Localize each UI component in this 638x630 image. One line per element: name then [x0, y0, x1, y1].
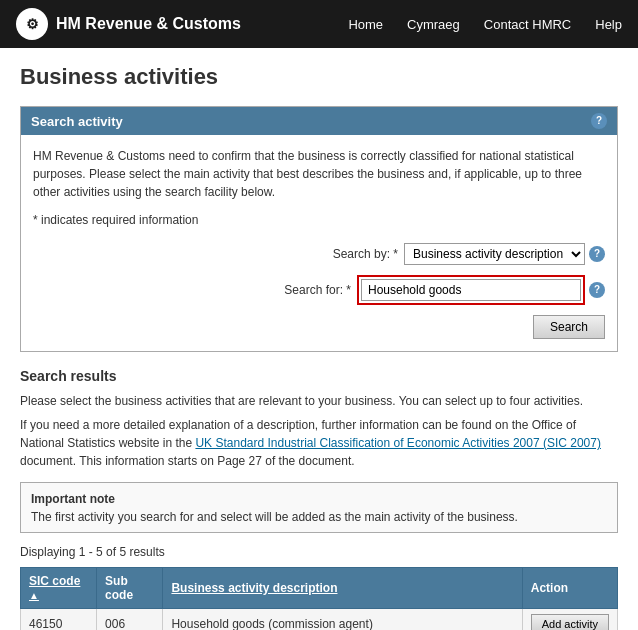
table-row: 46150 006 Household goods (commission ag…	[21, 609, 618, 631]
search-by-select[interactable]: Business activity description	[404, 243, 585, 265]
important-note-text: The first activity you search for and se…	[31, 510, 607, 524]
description-sort-link[interactable]: Business activity description	[171, 581, 337, 595]
important-note: Important note The first activity you se…	[20, 482, 618, 533]
search-results-title: Search results	[20, 368, 618, 384]
search-by-label: Search by: *	[333, 247, 398, 261]
nav-cymraeg[interactable]: Cymraeg	[407, 17, 460, 32]
help-icon[interactable]: ?	[591, 113, 607, 129]
important-note-title: Important note	[31, 492, 115, 506]
results-info-2: If you need a more detailed explanation …	[20, 416, 618, 470]
site-logo: ⚙ HM Revenue & Customs	[16, 8, 348, 40]
info-text: HM Revenue & Customs need to confirm tha…	[33, 147, 605, 201]
cell-description: Household goods (commission agent)	[163, 609, 522, 631]
col-sub-code: Sub code	[97, 568, 163, 609]
nav-help[interactable]: Help	[595, 17, 622, 32]
search-button[interactable]: Search	[533, 315, 605, 339]
main-nav: Home Cymraeg Contact HMRC Help	[348, 17, 622, 32]
col-sic-code: SIC code ▲	[21, 568, 97, 609]
col-action: Action	[522, 568, 617, 609]
results-info-1: Please select the business activities th…	[20, 392, 618, 410]
sort-arrow: ▲	[29, 590, 39, 601]
search-input-wrapper	[357, 275, 585, 305]
search-for-help-icon[interactable]: ?	[589, 282, 605, 298]
search-by-row: Search by: * Business activity descripti…	[33, 243, 605, 265]
sic-link[interactable]: UK Standard Industrial Classification of…	[195, 436, 601, 450]
cell-action: Add activity	[522, 609, 617, 631]
search-activity-title: Search activity	[31, 114, 123, 129]
search-input[interactable]	[361, 279, 581, 301]
sic-code-sort-link[interactable]: SIC code ▲	[29, 574, 80, 602]
page-content: Business activities Search activity ? HM…	[0, 48, 638, 630]
add-activity-button[interactable]: Add activity	[531, 614, 609, 630]
search-by-help-icon[interactable]: ?	[589, 246, 605, 262]
search-activity-body: HM Revenue & Customs need to confirm tha…	[21, 135, 617, 351]
logo-initials: ⚙	[26, 16, 39, 32]
site-header: ⚙ HM Revenue & Customs Home Cymraeg Cont…	[0, 0, 638, 48]
search-button-row: Search	[33, 315, 605, 339]
search-for-row: Search for: * ?	[33, 275, 605, 305]
page-title: Business activities	[20, 64, 618, 90]
search-activity-header: Search activity ?	[21, 107, 617, 135]
cell-sub-code: 006	[97, 609, 163, 631]
col-description: Business activity description	[163, 568, 522, 609]
logo-circle: ⚙	[16, 8, 48, 40]
nav-contact[interactable]: Contact HMRC	[484, 17, 571, 32]
required-note: * indicates required information	[33, 213, 605, 227]
search-activity-box: Search activity ? HM Revenue & Customs n…	[20, 106, 618, 352]
site-name: HM Revenue & Customs	[56, 15, 241, 33]
table-header-row: SIC code ▲ Sub code Business activity de…	[21, 568, 618, 609]
results-table: SIC code ▲ Sub code Business activity de…	[20, 567, 618, 630]
nav-home[interactable]: Home	[348, 17, 383, 32]
displaying-text: Displaying 1 - 5 of 5 results	[20, 545, 618, 559]
search-for-label: Search for: *	[284, 283, 351, 297]
cell-sic-code: 46150	[21, 609, 97, 631]
